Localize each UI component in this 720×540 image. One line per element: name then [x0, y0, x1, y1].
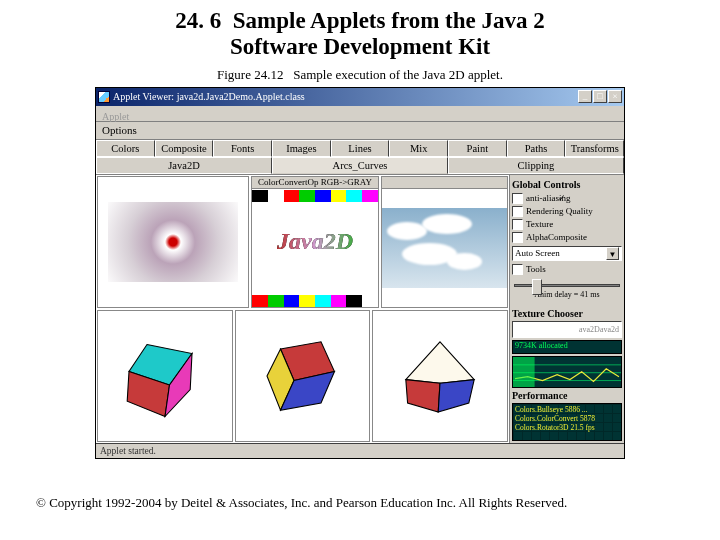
- side-header-perf: Performance: [512, 390, 622, 401]
- heading-line2: Software Development Kit: [230, 34, 490, 59]
- java2d-text: Java2D: [277, 228, 353, 255]
- heading-number: 24. 6: [175, 8, 221, 33]
- svg-marker-7: [406, 379, 440, 411]
- slide-heading: 24. 6 Sample Applets from the Java 2 Sof…: [36, 8, 684, 61]
- tab-row-1: Colors Composite Fonts Images Lines Mix …: [96, 140, 624, 157]
- side-panel: Global Controls anti-aliasing Rendering …: [509, 175, 624, 443]
- figure-caption: Figure 24.12 Sample execution of the Jav…: [36, 67, 684, 83]
- heading-line1: Sample Applets from the Java 2: [233, 8, 545, 33]
- options-label[interactable]: Options: [102, 124, 137, 136]
- check-antialiasing[interactable]: anti-aliasing: [512, 192, 622, 205]
- select-value: Auto Screen: [515, 247, 606, 260]
- svg-marker-6: [406, 342, 474, 383]
- slider-label: Anim delay = 41 ms: [512, 280, 622, 299]
- tab-transforms[interactable]: Transforms: [565, 140, 624, 157]
- tab-mix[interactable]: Mix: [389, 140, 448, 157]
- tab-images[interactable]: Images: [272, 140, 331, 157]
- content-area: ColorConvertOp RGB->GRAY Java2D: [96, 174, 624, 443]
- perf-line: Colors.Bullseye 5886 ...: [515, 405, 619, 414]
- memory-graph: [512, 356, 622, 388]
- tab-java2d[interactable]: Java2D: [96, 157, 272, 174]
- svg-marker-8: [438, 379, 474, 411]
- memory-monitor: 9734K allocated: [512, 340, 622, 354]
- panel-cube-1: [97, 310, 233, 442]
- texture-picker[interactable]: ava2Dava2d: [512, 321, 622, 338]
- tab-colors[interactable]: Colors: [96, 140, 155, 157]
- color-strip-bottom: [252, 295, 377, 307]
- performance-box: Colors.Bullseye 5886 ... Colors.ColorCon…: [512, 403, 622, 441]
- select-autoscreen[interactable]: Auto Screen ▼: [512, 246, 622, 261]
- tab-arcs-curves[interactable]: Arcs_Curves: [272, 157, 448, 174]
- clouds-graphic: [382, 208, 507, 288]
- cube-graphic: [120, 331, 210, 421]
- svg-rect-13: [513, 357, 535, 388]
- perf-line: Colors.ColorConvert 5878: [515, 414, 619, 423]
- menu-applet[interactable]: Applet: [96, 110, 135, 123]
- panel-gradient: [97, 176, 249, 308]
- check-quality[interactable]: Rendering Quality: [512, 205, 622, 218]
- window-title: Applet Viewer: java2d.Java2Demo.Applet.c…: [113, 91, 577, 102]
- tab-row-2: Java2D Arcs_Curves Clipping: [96, 157, 624, 174]
- figure-text: Sample execution of the Java 2D applet.: [293, 67, 503, 82]
- options-bar[interactable]: Options: [96, 122, 624, 140]
- perf-line: Colors.Rotator3D 21.5 fps: [515, 423, 619, 432]
- copyright-notice: © Copyright 1992-2004 by Deitel & Associ…: [36, 495, 684, 511]
- bullseye-graphic: [108, 202, 238, 282]
- demo-grid: ColorConvertOp RGB->GRAY Java2D: [96, 175, 509, 443]
- close-button[interactable]: ×: [608, 90, 622, 103]
- color-strip-top: [252, 190, 377, 202]
- side-header-global: Global Controls: [512, 179, 622, 190]
- tab-lines[interactable]: Lines: [331, 140, 390, 157]
- cube-graphic: [395, 331, 485, 421]
- panel-colorconvert: ColorConvertOp RGB->GRAY Java2D: [251, 176, 378, 308]
- anim-delay-slider[interactable]: Anim delay = 41 ms: [512, 280, 622, 304]
- cube-graphic: [258, 331, 348, 421]
- panel-clouds: [381, 176, 508, 308]
- minimize-button[interactable]: _: [578, 90, 592, 103]
- memory-label: 9734K allocated: [513, 341, 568, 350]
- check-tools[interactable]: Tools: [512, 263, 622, 276]
- status-text: Applet started.: [100, 446, 156, 456]
- applet-window: Applet Viewer: java2d.Java2Demo.Applet.c…: [95, 87, 625, 459]
- app-icon: [98, 91, 110, 103]
- tab-fonts[interactable]: Fonts: [213, 140, 272, 157]
- tab-paths[interactable]: Paths: [507, 140, 566, 157]
- titlebar[interactable]: Applet Viewer: java2d.Java2Demo.Applet.c…: [96, 88, 624, 106]
- side-header-texture: Texture Chooser: [512, 308, 622, 319]
- panel-label: [382, 177, 507, 189]
- panel-cube-2: [235, 310, 371, 442]
- panel-cube-3: [372, 310, 508, 442]
- maximize-button[interactable]: □: [593, 90, 607, 103]
- panel-label: ColorConvertOp RGB->GRAY: [252, 177, 377, 189]
- figure-label: Figure 24.12: [217, 67, 283, 82]
- tab-clipping[interactable]: Clipping: [448, 157, 624, 174]
- menubar[interactable]: Applet: [96, 106, 624, 122]
- status-bar: Applet started.: [96, 443, 624, 458]
- check-texture[interactable]: Texture: [512, 218, 622, 231]
- chevron-down-icon: ▼: [606, 247, 619, 260]
- tab-composite[interactable]: Composite: [155, 140, 214, 157]
- tab-paint[interactable]: Paint: [448, 140, 507, 157]
- check-alpha[interactable]: AlphaComposite: [512, 231, 622, 244]
